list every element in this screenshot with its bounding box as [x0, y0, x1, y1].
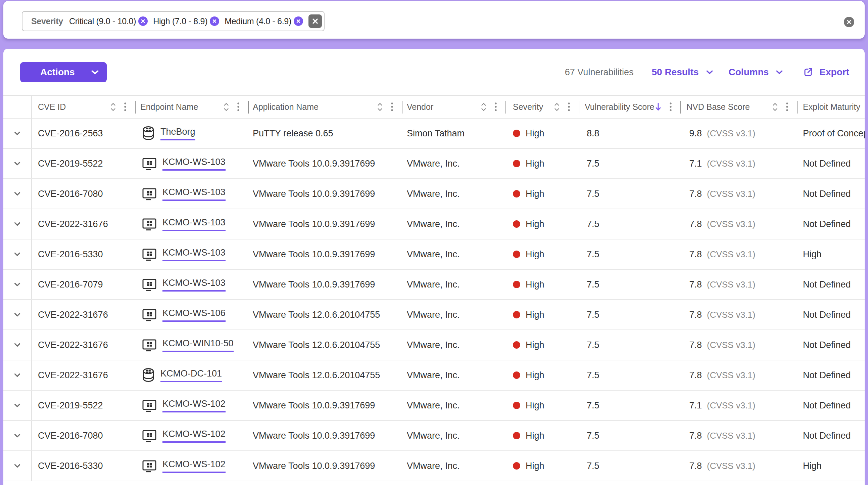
vulnerabilities-panel: Actions 67 Vulnerabilities 50 Results Co… — [3, 49, 865, 485]
export-icon — [804, 67, 813, 77]
workstation-icon — [142, 278, 156, 291]
severity-dot — [513, 371, 520, 379]
expand-column-header — [3, 96, 32, 118]
sort-icon — [772, 103, 778, 112]
cve-id: CVE-2016-7080 — [38, 431, 103, 441]
exploit-maturity: Not Defined — [803, 159, 851, 169]
cve-id: CVE-2016-5330 — [38, 249, 103, 260]
exploit-maturity: Not Defined — [803, 280, 851, 290]
nvd-base-score: 7.8 — [680, 249, 702, 260]
vendor: Simon Tatham — [407, 128, 465, 139]
endpoint-link[interactable]: KCMO-WS-103 — [162, 217, 225, 231]
cvss-version: (CVSS v3.1) — [707, 219, 755, 229]
workstation-icon — [142, 217, 156, 231]
severity-label: High — [526, 249, 545, 260]
cvss-version: (CVSS v3.1) — [707, 461, 755, 471]
severity-dot — [513, 190, 520, 198]
severity-dot — [513, 462, 520, 469]
columns-dropdown[interactable]: Columns — [729, 67, 783, 78]
expand-row-icon[interactable] — [14, 343, 21, 347]
endpoint-link[interactable]: KCMO-WS-102 — [162, 459, 225, 473]
expand-row-icon[interactable] — [14, 464, 21, 468]
endpoint-link[interactable]: KCMO-WS-103 — [162, 278, 225, 291]
expand-row-icon[interactable] — [14, 403, 21, 407]
cvss-version: (CVSS v3.1) — [707, 249, 755, 260]
actions-button[interactable]: Actions — [20, 62, 107, 82]
endpoint-link[interactable]: KCMO-DC-101 — [160, 368, 222, 382]
results-per-page-dropdown[interactable]: 50 Results — [651, 67, 713, 78]
chevron-down-icon — [776, 70, 783, 74]
column-header-exploit-maturity[interactable]: Exploit Maturity — [797, 96, 865, 118]
table-row-partial — [3, 481, 865, 485]
endpoint-link[interactable]: TheBorg — [160, 126, 195, 140]
endpoint-link[interactable]: KCMO-WS-103 — [162, 248, 225, 261]
expand-row-icon[interactable] — [14, 434, 21, 438]
sort-icon — [377, 103, 383, 112]
workstation-icon — [142, 308, 156, 321]
remove-high-filter-icon[interactable] — [210, 17, 219, 26]
vendor: VMware, Inc. — [407, 310, 460, 320]
exploit-maturity: Not Defined — [803, 189, 851, 199]
column-header-nvd-base-score[interactable]: NVD Base Score — [680, 96, 797, 118]
endpoint-link[interactable]: KCMO-WS-106 — [162, 308, 225, 322]
severity-dot — [513, 220, 520, 228]
sort-icon — [223, 103, 229, 112]
vendor: VMware, Inc. — [407, 431, 460, 441]
clear-severity-filter-button[interactable] — [308, 15, 322, 28]
filter-chip-medium: Medium (4.0 - 6.9) — [224, 17, 303, 26]
vulnerability-score: 7.5 — [587, 370, 599, 380]
vulnerability-score: 7.5 — [587, 280, 599, 290]
application-name: VMware Tools 10.0.9.3917699 — [253, 280, 375, 290]
column-header-cve-id[interactable]: CVE ID — [32, 96, 135, 118]
remove-medium-filter-icon[interactable] — [294, 17, 303, 26]
export-button[interactable]: Export — [804, 67, 849, 78]
severity-label: High — [526, 280, 545, 290]
endpoint-link[interactable]: KCMO-WS-102 — [162, 399, 225, 412]
workstation-icon — [142, 187, 156, 201]
column-header-endpoint-name[interactable]: Endpoint Name — [135, 96, 248, 118]
application-name: VMware Tools 10.0.9.3917699 — [253, 461, 375, 471]
table-row: CVE-2022-31676 KCMO-WS-103 VMware Tools … — [3, 209, 865, 239]
column-header-vulnerability-score[interactable]: Vulnerability Score — [579, 96, 680, 118]
cve-id: CVE-2022-31676 — [38, 219, 108, 229]
column-header-application-name[interactable]: Application Name — [248, 96, 402, 118]
endpoint-link[interactable]: KCMO-WS-102 — [162, 429, 225, 443]
column-header-vendor[interactable]: Vendor — [402, 96, 505, 118]
endpoint-link[interactable]: KCMO-WS-103 — [162, 157, 225, 171]
cve-id: CVE-2022-31676 — [38, 310, 108, 320]
table-header: CVE ID Endpoint Name Application Name Ve… — [3, 95, 865, 119]
workstation-icon — [142, 338, 156, 352]
column-menu-icon — [237, 102, 239, 112]
cve-id: CVE-2016-7080 — [38, 189, 103, 199]
cve-id: CVE-2022-31676 — [38, 340, 108, 350]
vendor: VMware, Inc. — [407, 400, 460, 411]
expand-row-icon[interactable] — [14, 283, 21, 286]
remove-critical-filter-icon[interactable] — [138, 17, 148, 26]
endpoint-link[interactable]: KCMO-WS-103 — [162, 187, 225, 201]
endpoint-link[interactable]: KCMO-WIN10-50 — [162, 338, 234, 352]
cvss-version: (CVSS v3.1) — [707, 340, 755, 350]
expand-row-icon[interactable] — [14, 313, 21, 317]
vendor: VMware, Inc. — [407, 219, 460, 229]
vulnerability-score: 7.5 — [587, 189, 599, 199]
expand-row-icon[interactable] — [14, 222, 21, 226]
expand-row-icon[interactable] — [14, 373, 21, 377]
severity-label: High — [526, 159, 545, 169]
cvss-version: (CVSS v3.1) — [707, 189, 755, 199]
close-filter-bar-button[interactable] — [844, 17, 854, 27]
vendor: VMware, Inc. — [407, 461, 460, 471]
vulnerability-score: 7.5 — [587, 431, 599, 441]
cvss-version: (CVSS v3.1) — [707, 370, 755, 380]
expand-row-icon[interactable] — [14, 131, 21, 135]
column-header-severity[interactable]: Severity — [505, 96, 579, 118]
nvd-base-score: 7.8 — [680, 189, 702, 199]
application-name: VMware Tools 10.0.9.3917699 — [253, 249, 375, 260]
table-row: CVE-2019-5522 KCMO-WS-102 VMware Tools 1… — [3, 391, 865, 421]
cvss-version: (CVSS v3.1) — [707, 431, 755, 441]
vendor: VMware, Inc. — [407, 370, 460, 380]
expand-row-icon[interactable] — [14, 162, 21, 166]
expand-row-icon[interactable] — [14, 252, 21, 256]
expand-row-icon[interactable] — [14, 192, 21, 196]
nvd-base-score: 7.8 — [680, 461, 702, 471]
severity-dot — [513, 281, 520, 288]
